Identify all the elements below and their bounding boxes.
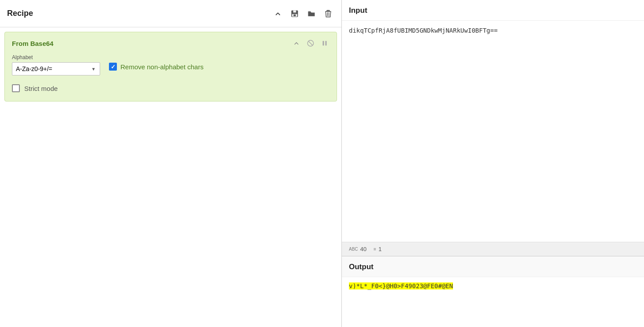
strict-mode-label[interactable]: Strict mode [24,85,58,92]
op-controls: Alphabet A-Za-z0-9+/= A-Za-z0-9-_ Custom… [12,54,329,75]
strict-mode-checkbox[interactable] [12,84,20,92]
input-content[interactable]: dikqTCpfRjA8fUBIMD5GNDkwMjNARkUwI0BFTg== [342,21,644,242]
alphabet-group: Alphabet A-Za-z0-9+/= A-Za-z0-9-_ Custom [12,54,100,75]
folder-icon [307,9,316,18]
trash-icon [324,9,333,18]
line-count: 1 [378,246,382,252]
output-header: Output [342,256,644,277]
op-title: From Base64 [12,40,292,47]
svg-rect-1 [293,10,296,12]
remove-nonalpha-group: Remove non-alphabet chars [109,63,203,71]
op-disable-button[interactable] [306,38,315,48]
input-value: dikqTCpfRjA8fUBIMD5GNDkwMjNARkUwI0BFTg== [349,27,498,34]
recipe-header: Recipe [0,0,341,27]
alphabet-label: Alphabet [12,54,100,60]
op-pause-button[interactable] [320,38,329,48]
output-value: v)*L*_F0<}@H0>F49023@FE0#@EN [349,282,453,289]
op-disable-icon [307,39,315,47]
right-panel: Input dikqTCpfRjA8fUBIMD5GNDkwMjNARkUwI0… [342,0,644,327]
save-icon [290,9,299,18]
input-section: Input dikqTCpfRjA8fUBIMD5GNDkwMjNARkUwI0… [342,0,644,256]
operation-block: From Base64 [4,32,337,101]
alphabet-select[interactable]: A-Za-z0-9+/= A-Za-z0-9-_ Custom [12,62,100,75]
op-pause-icon [321,39,329,47]
input-title: Input [349,6,367,15]
input-footer: ABC 40 ≡ 1 [342,242,644,256]
op-header-icons [292,38,329,48]
output-content[interactable]: v)*L*_F0<}@H0>F49023@FE0#@EN [342,277,644,327]
op-header: From Base64 [12,38,329,48]
remove-nonalpha-label[interactable]: Remove non-alphabet chars [120,63,203,71]
recipe-header-icons [272,8,334,20]
remove-nonalpha-checkbox[interactable] [109,63,117,71]
char-count-stat: ABC 40 [349,246,367,252]
collapse-button[interactable] [272,8,284,20]
recipe-empty-area [0,106,341,327]
op-collapse-button[interactable] [292,38,301,48]
char-count: 40 [360,246,367,252]
strict-mode-row: Strict mode [12,84,329,92]
open-folder-button[interactable] [305,8,318,20]
svg-line-5 [309,41,313,45]
recipe-title: Recipe [7,9,272,18]
op-chevron-up-icon [292,39,300,47]
output-section: Output v)*L*_F0<}@H0>F49023@FE0#@EN [342,256,644,327]
delete-button[interactable] [322,8,334,20]
line-count-stat: ≡ 1 [374,246,382,252]
save-button[interactable] [288,8,301,20]
alphabet-select-wrapper: A-Za-z0-9+/= A-Za-z0-9-_ Custom [12,62,100,75]
svg-rect-3 [294,14,296,16]
lines-icon: ≡ [374,247,376,252]
abc-icon: ABC [349,247,358,252]
svg-rect-7 [326,41,327,46]
left-panel: Recipe [0,0,342,327]
input-header: Input [342,0,644,21]
svg-rect-6 [323,41,324,46]
output-title: Output [349,263,374,271]
chevron-up-icon [273,9,282,18]
